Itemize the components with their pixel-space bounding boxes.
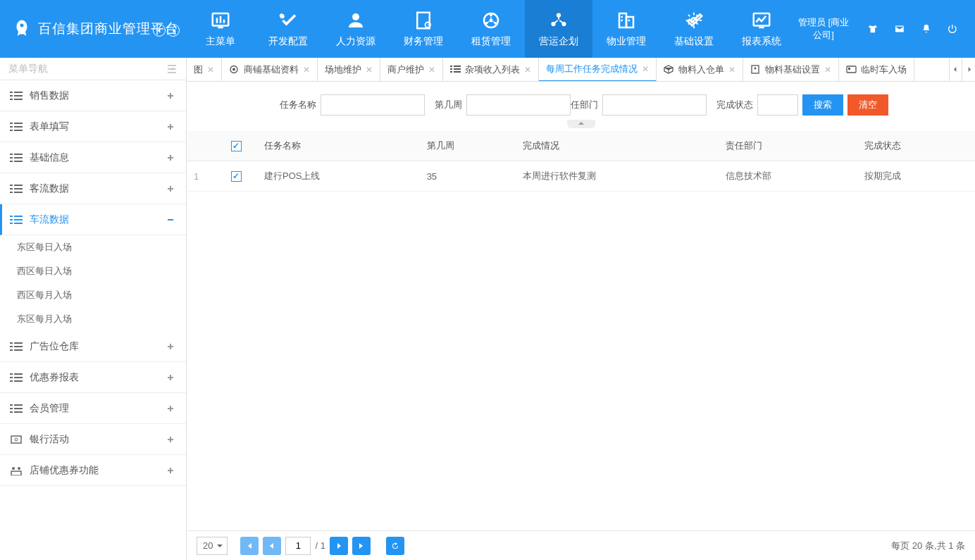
tab-close-icon[interactable]: ✕ [366,65,373,75]
list-icon [10,342,23,351]
tab-5[interactable]: 每周工作任务完成情况✕ [539,58,657,81]
sidebar-sub-4-1[interactable]: 西区每日入场 [0,259,186,283]
sidebar-group-3[interactable]: 客流数据 [0,173,186,204]
row-index: 1 [187,161,215,192]
tab-label: 临时车入场 [861,63,907,76]
tab-close-icon[interactable]: ✕ [728,65,735,75]
col-header-4[interactable]: 完成状态 [857,131,975,161]
page-size-select[interactable]: 20 [197,537,228,555]
bell-icon[interactable] [921,22,932,36]
refresh-button[interactable] [386,537,404,555]
next-page-button[interactable] [330,537,348,555]
top-nav-8[interactable]: 报表系统 [728,0,795,58]
sidebar-group-8[interactable]: 银行活动 [0,424,186,455]
page-input[interactable] [285,537,311,555]
sidebar-group-6[interactable]: 优惠券报表 [0,362,186,393]
clear-button[interactable]: 清空 [847,94,888,116]
nav-icon [480,10,502,31]
top-nav-0[interactable]: 主菜单 [187,0,254,58]
nav-icon [751,10,772,31]
week-input[interactable] [466,94,571,116]
task-name-input[interactable] [321,94,425,116]
top-nav-5[interactable]: 营运企划 [525,0,592,58]
svg-rect-20 [628,20,631,22]
first-page-button[interactable] [240,537,259,555]
top-nav-6[interactable]: 物业管理 [592,0,660,58]
select-all-checkbox[interactable] [231,141,242,151]
tab-close-icon[interactable]: ✕ [207,65,214,75]
tab-close-icon[interactable]: ✕ [824,65,831,75]
header: 百信集团商业管理平台 主菜单开发配置人力资源财务管理租赁管理营运企划物业管理基础… [0,0,975,58]
sidebar-group-9[interactable]: 店铺优惠券功能 [0,455,186,486]
last-page-button[interactable] [352,537,371,555]
nav-label: 主菜单 [206,35,235,48]
expand-icon [165,183,176,194]
tab-icon [229,65,240,74]
table-row[interactable]: 1建行POS上线35本周进行软件复测信息技术部按期完成 [187,161,975,192]
tab-7[interactable]: 物料基础设置✕ [743,58,839,81]
mail-icon[interactable] [894,22,905,36]
total-pages: / 1 [315,540,325,551]
tab-4[interactable]: 杂项收入列表✕ [443,58,539,81]
col-header-3[interactable]: 责任部门 [719,131,857,161]
expand-icon [165,372,176,383]
col-index [187,131,215,161]
search-label-week: 第几周 [435,99,462,111]
expand-icon [165,434,176,445]
sidebar-sub-4-3[interactable]: 东区每月入场 [0,307,186,331]
shirt-icon[interactable] [867,22,878,36]
col-header-1[interactable]: 第几周 [420,131,516,161]
prev-page-button[interactable] [263,537,281,555]
sidebar-sub-4-2[interactable]: 西区每月入场 [0,283,186,307]
row-checkbox[interactable] [231,171,242,182]
top-nav-3[interactable]: 财务管理 [390,0,457,58]
sidebar-group-0[interactable]: 销售数据 [0,80,186,111]
search-button[interactable]: 搜索 [802,94,843,116]
svg-point-29 [232,68,235,71]
dept-input[interactable] [602,94,707,116]
tab-scroll-left-button[interactable] [950,58,962,81]
tab-scroll-right-button[interactable] [962,58,975,81]
tab-close-icon[interactable]: ✕ [303,65,310,75]
nav-icon [548,10,569,31]
user-label[interactable]: 管理员 [商业公司] [795,16,852,42]
tab-6[interactable]: 物料入仓单✕ [657,58,743,81]
sidebar-group-4[interactable]: 车流数据 [0,204,186,235]
sidebar-group-7[interactable]: 会员管理 [0,393,186,424]
collapse-search-button[interactable] [567,120,595,128]
tab-close-icon[interactable]: ✕ [428,65,435,75]
tab-1[interactable]: 商铺基础资料✕ [222,58,318,81]
sidebar-group-5[interactable]: 广告位仓库 [0,331,186,362]
list-icon [10,404,23,413]
top-nav-2[interactable]: 人力资源 [322,0,390,58]
sidebar-group-label: 银行活动 [30,433,69,446]
tab-label: 商户维护 [387,63,424,76]
expand-icon [165,214,176,225]
logo-prev-button[interactable] [153,24,166,37]
status-input[interactable] [757,94,798,116]
tab-close-icon[interactable]: ✕ [524,65,531,75]
tab-close-icon[interactable]: ✕ [642,64,649,74]
sidebar-group-2[interactable]: 基础信息 [0,142,186,173]
tab-2[interactable]: 场地维护✕ [318,58,380,81]
power-icon[interactable] [947,22,958,36]
tab-8[interactable]: 临时车入场 [839,58,914,81]
logo-next-button[interactable] [167,24,180,37]
pager: 20 / 1 每页 20 条,共 1 条 [187,530,975,560]
collapse-sidebar-icon[interactable] [166,64,178,74]
sidebar-sub-4-0[interactable]: 东区每日入场 [0,235,186,259]
tab-icon [450,65,461,74]
top-nav-7[interactable]: 基础设置 [660,0,728,58]
cell-1: 35 [420,161,516,192]
list-icon [10,184,23,194]
tabs-bar: 图✕商铺基础资料✕场地维护✕商户维护✕杂项收入列表✕每周工作任务完成情况✕物料入… [187,58,975,82]
col-header-0[interactable]: 任务名称 [257,131,420,161]
sidebar-group-1[interactable]: 表单填写 [0,111,186,142]
logo-block: 百信集团商业管理平台 [0,18,187,39]
search-label-status: 完成状态 [716,99,753,111]
col-header-2[interactable]: 完成情况 [516,131,719,161]
tab-3[interactable]: 商户维护✕ [380,58,443,81]
top-nav-4[interactable]: 租赁管理 [457,0,525,58]
top-nav-1[interactable]: 开发配置 [254,0,322,58]
tab-0[interactable]: 图✕ [187,58,222,81]
